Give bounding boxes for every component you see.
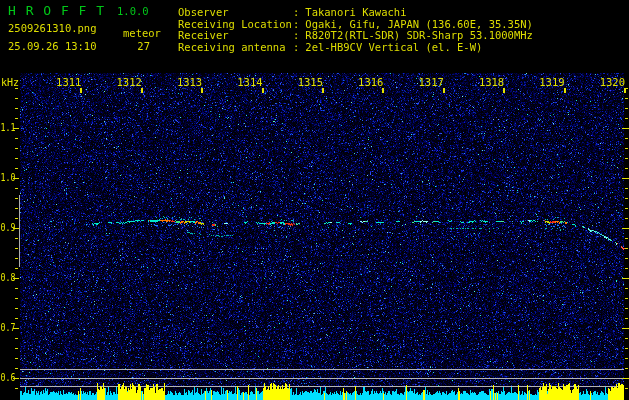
datetime-label: 25.09.26 13:10	[8, 40, 97, 52]
hrofft-window: H R O F F T 1.0.0 2509261310.png meteor …	[0, 0, 629, 400]
info-row-receiver: Receiver:R820T2(RTL-SDR) SDR-Sharp 53.10…	[178, 30, 533, 42]
spectrogram-canvas	[0, 0, 629, 400]
x-axis-label: 1312	[116, 77, 142, 88]
y-axis-label: 0.8	[1, 272, 15, 284]
output-filename: 2509261310.png	[8, 22, 97, 34]
app-version: 1.0.0	[117, 5, 149, 17]
info-label: Receiver	[178, 30, 293, 42]
x-axis-label: 1317	[418, 77, 444, 88]
info-row-antenna: Receiving antenna:2el-HB9CV Vertical (el…	[178, 42, 533, 54]
info-row-observer: Observer:Takanori Kawachi	[178, 7, 533, 19]
x-axis-label: 1319	[539, 77, 565, 88]
x-axis-label: 1313	[176, 77, 202, 88]
y-axis-label: 0.9	[1, 222, 15, 234]
y-axis-label: 1.0	[1, 172, 15, 184]
info-label: Receiving antenna	[178, 42, 293, 54]
x-axis-label: 1320	[599, 77, 625, 88]
info-label: Observer	[178, 7, 293, 19]
y-axis-unit: kHz	[1, 77, 19, 88]
x-axis-label: 1314	[237, 77, 263, 88]
mode-label: meteor	[123, 27, 161, 39]
meteor-count: 27	[126, 40, 150, 52]
info-value: R820T2(RTL-SDR) SDR-Sharp 53.1000MHz	[299, 29, 533, 41]
x-axis-label: 1311	[55, 77, 81, 88]
info-value: Ogaki, Gifu, JAPAN (136.60E, 35.35N)	[299, 18, 533, 30]
info-value: Takanori Kawachi	[299, 6, 406, 18]
info-value: 2el-HB9CV Vertical (el. E-W)	[299, 41, 482, 53]
x-axis-label: 1315	[297, 77, 323, 88]
app-title: H R O F F T	[8, 3, 105, 18]
y-axis-label: 1.1	[1, 122, 15, 134]
x-axis-label: 1318	[478, 77, 504, 88]
station-info: Observer:Takanori KawachiReceiving Locat…	[178, 7, 533, 53]
y-axis-label: 0.7	[1, 322, 15, 334]
x-axis-label: 1316	[357, 77, 383, 88]
y-axis-label: 0.6	[1, 372, 15, 384]
